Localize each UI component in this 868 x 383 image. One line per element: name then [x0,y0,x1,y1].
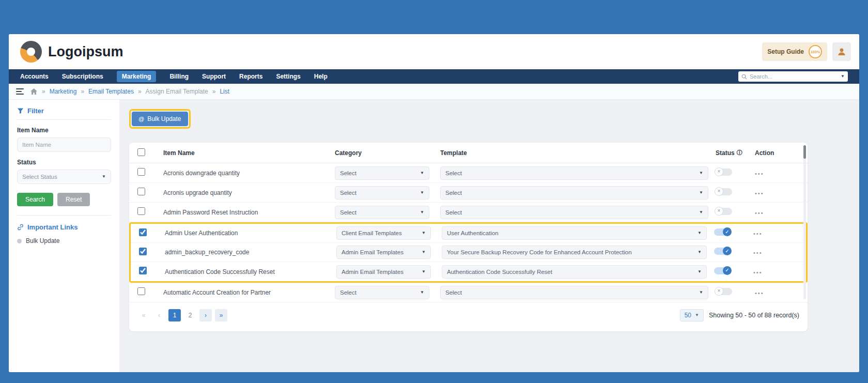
setup-guide-button[interactable]: Setup Guide 100% [762,42,827,61]
template-select[interactable]: User Authentication▼ [442,226,707,240]
info-icon[interactable]: ⓘ [737,149,742,157]
chevron-down-icon: ▼ [420,171,424,175]
chevron-down-icon: ▼ [698,250,702,254]
sidebar-link-bulk-update[interactable]: Bulk Update [17,237,111,244]
search-caret-icon[interactable]: ▼ [841,74,845,79]
nav-item-help[interactable]: Help [314,73,328,80]
filter-icon [17,108,24,114]
category-select[interactable]: Select▼ [335,286,429,299]
reset-button[interactable]: Reset [57,193,90,206]
template-select[interactable]: Authentication Code Successfully Reset▼ [442,265,707,279]
logo-text: Logoipsum [48,44,123,60]
menu-toggle-icon[interactable] [16,88,24,95]
template-select[interactable]: Select▼ [440,206,708,219]
status-toggle[interactable]: ✓ [714,228,731,236]
page-size-select[interactable]: 50 ▼ [680,309,704,321]
row-checkbox[interactable] [137,287,145,295]
category-select[interactable]: Admin Email Templates▼ [336,265,431,279]
page-button[interactable]: 1 [168,309,181,321]
row-checkbox[interactable] [137,168,145,176]
breadcrumb-marketing[interactable]: Marketing [50,88,77,95]
next-page-button[interactable]: › [199,309,212,321]
nav-item-marketing[interactable]: Marketing [117,71,157,82]
breadcrumb-list[interactable]: List [220,88,229,95]
bulk-update-button[interactable]: @ Bulk Update [132,112,188,126]
nav-item-support[interactable]: Support [202,73,226,80]
row-actions-menu[interactable]: ••• [755,210,764,216]
category-value: Select [340,170,357,176]
status-toggle[interactable]: × [716,208,732,215]
app-frame: Logoipsum Setup Guide 100% Accounts Subs… [9,34,859,372]
row-checkbox[interactable] [139,228,147,236]
category-select[interactable]: Select▼ [335,186,429,200]
user-avatar[interactable] [832,42,851,61]
nav-item-billing[interactable]: Billing [169,73,189,80]
row-item-name: Acronis upgrade quantity [163,189,335,196]
row-checkbox[interactable] [137,207,145,215]
row-actions-menu[interactable]: ••• [755,290,764,296]
toggle-glyph: ✓ [723,227,732,236]
status-toggle[interactable]: ✓ [714,248,731,255]
scrollbar-thumb[interactable] [803,145,806,159]
prev-page-button[interactable]: ‹ [153,309,165,321]
category-value: Admin Email Templates [342,269,404,275]
chevron-down-icon: ▼ [422,270,426,274]
row-actions-menu[interactable]: ••• [753,231,763,237]
table-row: Authentication Code Successfully Reset A… [131,262,806,281]
table-row: Automatic Account Creation for Partner S… [129,283,808,302]
chevron-down-icon: ▼ [422,250,426,254]
table-scrollbar [803,145,806,299]
bullet-icon [17,239,22,243]
nav-item-settings[interactable]: Settings [276,73,300,80]
template-select[interactable]: Your Secure Backup Recovery Code for Enh… [442,246,707,259]
search-input[interactable] [750,73,838,80]
logo[interactable]: Logoipsum [20,41,123,63]
nav-item-reports[interactable]: Reports [239,73,262,80]
row-actions-menu[interactable]: ••• [753,269,763,275]
row-checkbox[interactable] [139,267,147,274]
last-page-button[interactable]: » [215,309,227,321]
template-select[interactable]: Select▼ [440,286,708,299]
row-actions-menu[interactable]: ••• [755,190,764,196]
category-select[interactable]: Client Email Templates▼ [336,226,431,240]
progress-ring: 100% [809,45,822,58]
filter-sidebar: Filter Item Name Status Select Status ▼ … [9,100,120,372]
status-toggle[interactable]: ✓ [714,267,731,274]
row-item-name: Admin Password Reset Instruction [163,209,335,216]
item-name-input[interactable] [17,137,111,152]
setup-guide-label: Setup Guide [767,48,804,55]
category-select[interactable]: Select▼ [335,206,429,219]
app-window: { "header": { "logo_text": "Logoipsum", … [0,0,868,383]
search-button[interactable]: Search [17,193,53,206]
filter-title-label: Filter [27,107,44,115]
header-right: Setup Guide 100% [762,42,851,61]
toggle-glyph: × [715,287,723,296]
table-row: Acronis downgrade quantity Select▼ Selec… [129,163,808,183]
sidebar-link-label: Bulk Update [26,237,59,244]
page-button[interactable]: 2 [184,309,196,321]
status-toggle[interactable]: × [716,188,732,195]
first-page-button[interactable]: « [137,309,150,321]
row-actions-menu[interactable]: ••• [755,171,764,177]
header-category: Category [335,149,440,157]
status-select[interactable]: Select Status ▼ [17,170,111,184]
row-checkbox[interactable] [137,188,145,195]
breadcrumb-email-templates[interactable]: Email Templates [88,88,134,95]
template-select[interactable]: Select▼ [440,166,708,180]
row-actions-menu[interactable]: ••• [753,250,763,256]
table-row: Admin User Authentication Client Email T… [131,224,806,243]
category-value: Admin Email Templates [342,249,404,255]
category-value: Select [340,209,357,216]
select-all-checkbox[interactable] [137,148,145,156]
template-select[interactable]: Select▼ [440,186,708,200]
status-toggle[interactable]: × [716,168,732,176]
home-icon[interactable] [30,88,38,95]
status-toggle[interactable]: × [716,288,732,295]
category-select[interactable]: Admin Email Templates▼ [336,246,431,259]
breadcrumb-assign-email-template: Assign Email Template [146,88,208,95]
row-checkbox[interactable] [139,248,147,255]
category-value: Client Email Templates [342,230,402,236]
category-select[interactable]: Select▼ [335,166,429,180]
nav-item-accounts[interactable]: Accounts [20,73,49,80]
nav-item-subscriptions[interactable]: Subscriptions [62,73,103,80]
